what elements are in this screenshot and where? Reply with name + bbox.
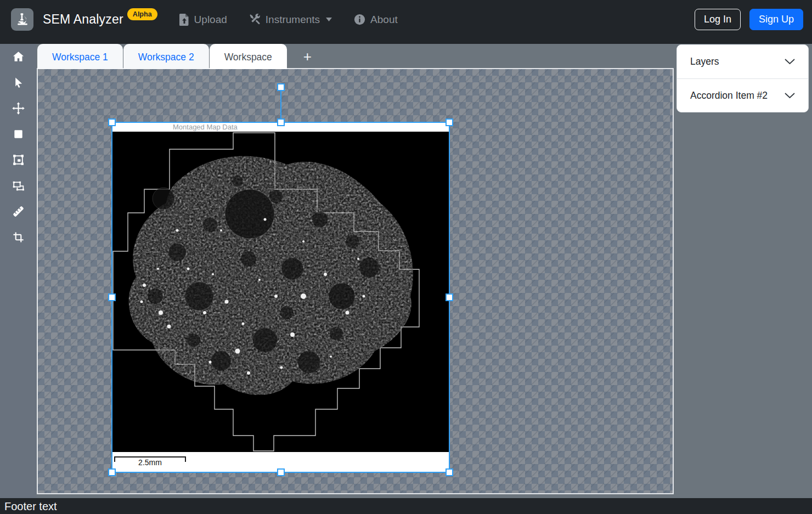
rotation-handle[interactable] xyxy=(277,83,285,91)
tool-move-button[interactable] xyxy=(0,95,36,121)
tool-rectangle-button[interactable] xyxy=(0,121,36,147)
accordion-item-2[interactable]: Accordion Item #2 xyxy=(677,78,808,112)
resize-handle-middle-left[interactable] xyxy=(108,293,116,301)
nav-about-label: About xyxy=(370,14,398,26)
ruler-icon xyxy=(12,205,25,218)
tool-select-button[interactable] xyxy=(0,70,36,95)
scale-bar: 2.5mm xyxy=(114,456,186,467)
scale-bar-label: 2.5mm xyxy=(114,457,186,467)
alpha-badge: Alpha xyxy=(127,8,157,20)
tab-workspace-1[interactable]: Workspace 1 xyxy=(37,44,123,69)
new-tab-button[interactable]: + xyxy=(299,45,316,68)
signup-button[interactable]: Sign Up xyxy=(749,9,803,30)
status-footer: Footer text xyxy=(0,498,812,514)
resize-handle-top-right[interactable] xyxy=(446,118,453,126)
chevron-down-icon xyxy=(785,59,795,65)
image-frame-icon xyxy=(12,153,25,167)
nav-instruments[interactable]: Instruments xyxy=(249,14,332,26)
tool-image-frame-button[interactable] xyxy=(0,147,36,173)
tab-workspace-active[interactable]: Workspace xyxy=(210,44,287,69)
app-logo[interactable] xyxy=(11,8,33,31)
tool-sidebar xyxy=(0,44,36,498)
info-circle-icon xyxy=(354,14,365,25)
microscope-icon xyxy=(15,13,30,27)
resize-handle-bottom-left[interactable] xyxy=(108,468,116,476)
tab-workspace-2[interactable]: Workspace 2 xyxy=(123,44,209,69)
resize-handle-bottom-right[interactable] xyxy=(446,468,453,476)
footer-text: Footer text xyxy=(0,499,57,513)
accordion-layers[interactable]: Layers xyxy=(677,45,808,78)
tool-ruler-button[interactable] xyxy=(0,199,36,224)
sem-montage-image xyxy=(111,132,450,452)
login-button[interactable]: Log In xyxy=(695,9,741,30)
home-icon xyxy=(12,50,25,64)
file-upload-icon xyxy=(179,14,189,26)
tool-home-button[interactable] xyxy=(0,44,36,70)
figure-title: Montaged Map Data xyxy=(173,123,238,131)
app-title: SEM Analyzer xyxy=(43,12,123,27)
resize-handle-bottom-middle[interactable] xyxy=(277,468,285,476)
tools-icon xyxy=(249,14,261,25)
tool-crop-button[interactable] xyxy=(0,224,36,250)
caret-down-icon xyxy=(326,18,332,21)
cursor-icon xyxy=(12,76,25,89)
nav-upload-label: Upload xyxy=(194,14,227,26)
move-icon xyxy=(12,101,25,115)
accordion-item-2-label: Accordion Item #2 xyxy=(690,90,768,101)
square-icon xyxy=(12,128,25,140)
transform-icon xyxy=(12,179,25,193)
top-navbar: SEM Analyzer Alpha Upload Instruments xyxy=(0,0,812,44)
resize-handle-top-left[interactable] xyxy=(108,118,116,126)
layers-panel: Layers Accordion Item #2 xyxy=(676,44,809,112)
nav-instruments-label: Instruments xyxy=(266,14,320,26)
nav-about[interactable]: About xyxy=(354,14,398,26)
accordion-layers-label: Layers xyxy=(690,56,719,67)
sem-image-object[interactable]: Montaged Map Data xyxy=(111,122,450,473)
resize-handle-top-middle[interactable] xyxy=(277,118,285,126)
chevron-down-icon xyxy=(785,93,795,99)
sem-montage-figure: Montaged Map Data xyxy=(111,122,450,473)
crop-icon xyxy=(12,231,25,244)
main-nav: Upload Instruments About xyxy=(179,14,398,26)
tool-transform-button[interactable] xyxy=(0,173,36,199)
nav-upload[interactable]: Upload xyxy=(179,14,227,26)
workspace-tabs: Workspace 1 Workspace 2 Workspace + xyxy=(37,44,316,69)
resize-handle-middle-right[interactable] xyxy=(446,293,453,301)
